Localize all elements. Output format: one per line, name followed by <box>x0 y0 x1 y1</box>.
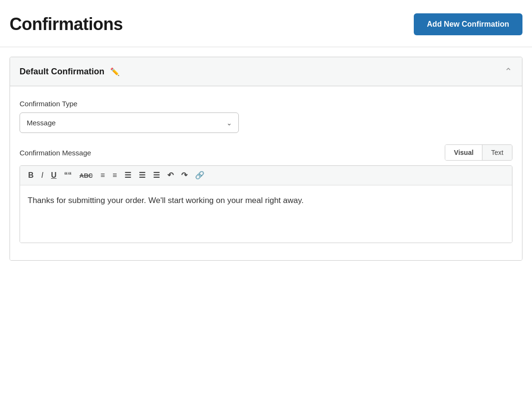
edit-icon[interactable]: ✏️ <box>110 67 120 76</box>
page-title: Confirmations <box>10 14 123 34</box>
link-button[interactable]: 🔗 <box>192 170 208 181</box>
align-right-button[interactable]: ☰ <box>150 170 163 181</box>
confirmation-message-section: Confirmation Message Visual Text B I U “… <box>20 144 512 243</box>
confirmation-message-label: Confirmation Message <box>20 149 91 157</box>
editor-toolbar: B I U ““ ABC ≡ ≡ ☰ ☰ ☰ ↶ ↷ 🔗 <box>20 166 512 185</box>
add-new-confirmation-button[interactable]: Add New Confirmation <box>414 13 522 35</box>
underline-button[interactable]: U <box>48 170 60 181</box>
page-header: Confirmations Add New Confirmation <box>0 0 532 47</box>
view-toggle: Visual Text <box>445 144 512 161</box>
header-divider <box>0 47 532 47</box>
card-header-left: Default Confirmation ✏️ <box>20 67 120 77</box>
confirmation-type-label: Confirmation Type <box>20 100 512 108</box>
message-header: Confirmation Message Visual Text <box>20 144 512 161</box>
text-toggle-button[interactable]: Text <box>482 145 512 160</box>
confirmation-type-select-wrapper: Message Page Redirect ⌄ <box>20 112 239 133</box>
redo-button[interactable]: ↷ <box>178 170 191 181</box>
undo-button[interactable]: ↶ <box>164 170 177 181</box>
card-body: Confirmation Type Message Page Redirect … <box>10 86 522 260</box>
main-content: Default Confirmation ✏️ ⌃ Confirmation T… <box>0 57 532 261</box>
align-center-button[interactable]: ☰ <box>135 170 149 181</box>
bold-button[interactable]: B <box>25 170 37 181</box>
visual-toggle-button[interactable]: Visual <box>445 145 482 160</box>
italic-button[interactable]: I <box>38 170 47 181</box>
editor-container: B I U ““ ABC ≡ ≡ ☰ ☰ ☰ ↶ ↷ 🔗 Than <box>20 165 512 243</box>
ordered-list-button[interactable]: ≡ <box>109 170 120 181</box>
editor-content[interactable]: Thanks for submitting your order. We'll … <box>20 185 512 243</box>
blockquote-button[interactable]: ““ <box>61 170 75 181</box>
confirmation-type-select[interactable]: Message Page Redirect <box>20 112 239 133</box>
unordered-list-button[interactable]: ≡ <box>97 170 108 181</box>
card-title: Default Confirmation <box>20 67 104 77</box>
strikethrough-button[interactable]: ABC <box>76 171 96 181</box>
collapse-icon[interactable]: ⌃ <box>504 66 512 77</box>
card-header: Default Confirmation ✏️ ⌃ <box>10 57 522 86</box>
align-left-button[interactable]: ☰ <box>121 170 134 181</box>
confirmation-card: Default Confirmation ✏️ ⌃ Confirmation T… <box>10 57 522 261</box>
confirmation-type-group: Confirmation Type Message Page Redirect … <box>20 100 512 133</box>
